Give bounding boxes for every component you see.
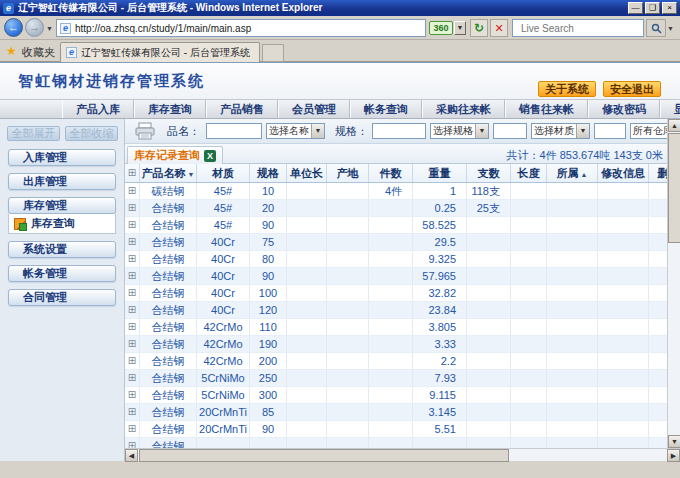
expand-all-button[interactable]: 全部展开 bbox=[7, 126, 60, 141]
table-row[interactable]: ⊞合结钢40Cr7529.5 bbox=[125, 234, 667, 251]
header-cell-1[interactable]: 材质 bbox=[197, 164, 250, 182]
expand-icon[interactable]: ⊞ bbox=[125, 319, 140, 336]
menu-item-4[interactable]: 帐务查询 bbox=[350, 100, 422, 118]
stop-button[interactable]: ✕ bbox=[490, 19, 508, 37]
table-row[interactable]: ⊞合结钢45#200.2525支 bbox=[125, 200, 667, 217]
header-cell-9[interactable]: 所属▲ bbox=[547, 164, 598, 182]
browser-tab[interactable]: e 辽宁智虹传媒有限公司 - 后台管理系统 bbox=[60, 42, 260, 62]
address-input[interactable] bbox=[75, 23, 422, 34]
content-tab-inventory-records[interactable]: 库存记录查询 X bbox=[127, 146, 223, 164]
sidebar-subitem-2-0[interactable]: 库存查询 bbox=[8, 214, 116, 234]
scroll-up-icon[interactable]: ▲ bbox=[668, 119, 680, 132]
header-cell-10[interactable]: 修改信息 bbox=[598, 164, 649, 182]
expand-icon[interactable]: ⊞ bbox=[125, 302, 140, 319]
search-magnifier-button[interactable] bbox=[646, 19, 666, 37]
horizontal-scrollbar[interactable]: ◀ ▶ bbox=[125, 448, 680, 461]
sidebar-group-1[interactable]: 出库管理 bbox=[8, 173, 116, 190]
expand-icon[interactable]: ⊞ bbox=[125, 387, 140, 404]
table-row[interactable]: ⊞合结钢40Cr809.325 bbox=[125, 251, 667, 268]
menu-item-2[interactable]: 产品销售 bbox=[206, 100, 278, 118]
header-cell-11[interactable]: 删除 bbox=[649, 164, 667, 182]
header-cell-8[interactable]: 长度 bbox=[511, 164, 547, 182]
new-tab-stub[interactable] bbox=[262, 44, 284, 62]
horizontal-scroll-thumb[interactable] bbox=[139, 449, 509, 462]
restore-button[interactable]: ❑ bbox=[645, 2, 660, 14]
logout-button[interactable]: 安全退出 bbox=[603, 81, 661, 97]
expand-icon[interactable]: ⊞ bbox=[125, 268, 140, 285]
header-cell-2[interactable]: 规格 bbox=[250, 164, 287, 182]
scroll-down-icon[interactable]: ▼ bbox=[668, 435, 680, 448]
expand-icon[interactable]: ⊞ bbox=[125, 438, 140, 448]
minimize-button[interactable]: — bbox=[628, 2, 643, 14]
search-dropdown-icon[interactable]: ▼ bbox=[667, 25, 674, 32]
expand-all-icon[interactable]: ⊞ bbox=[125, 164, 140, 182]
favorites-star-icon[interactable]: ★ bbox=[6, 44, 17, 58]
close-button[interactable]: × bbox=[662, 2, 677, 14]
table-row[interactable]: ⊞合结钢40Cr9057.965 bbox=[125, 268, 667, 285]
menu-item-6[interactable]: 销售往来帐 bbox=[505, 100, 588, 118]
collapse-all-button[interactable]: 全部收缩 bbox=[65, 126, 118, 141]
sidebar-group-5[interactable]: 合同管理 bbox=[8, 289, 116, 306]
header-cell-0[interactable]: 产品名称▼ bbox=[140, 164, 197, 182]
menu-item-1[interactable]: 库存查询 bbox=[134, 100, 206, 118]
expand-icon[interactable]: ⊞ bbox=[125, 404, 140, 421]
table-row[interactable]: ⊞合结钢40Cr10032.82 bbox=[125, 285, 667, 302]
table-row[interactable]: ⊞碳结钢45#104件1118支 bbox=[125, 183, 667, 200]
expand-icon[interactable]: ⊞ bbox=[125, 353, 140, 370]
excel-export-icon[interactable]: X bbox=[204, 150, 216, 162]
header-cell-3[interactable]: 单位长 bbox=[287, 164, 327, 182]
name-select[interactable]: 选择名称 ▼ bbox=[266, 123, 325, 139]
favorites-label[interactable]: 收藏夹 bbox=[22, 45, 55, 60]
header-cell-7[interactable]: 支数 bbox=[467, 164, 511, 182]
table-row[interactable]: ⊞合结钢42CrMo1103.805 bbox=[125, 319, 667, 336]
expand-icon[interactable]: ⊞ bbox=[125, 336, 140, 353]
menu-item-0[interactable]: 产品入库 bbox=[62, 100, 134, 118]
expand-icon[interactable]: ⊞ bbox=[125, 234, 140, 251]
material-input[interactable] bbox=[493, 123, 527, 139]
menu-item-8[interactable]: 显示桌面 bbox=[660, 100, 680, 118]
table-row[interactable]: ⊞合结钢 bbox=[125, 438, 667, 448]
menu-item-3[interactable]: 会员管理 bbox=[278, 100, 350, 118]
menu-item-5[interactable]: 采购往来帐 bbox=[422, 100, 505, 118]
table-row[interactable]: ⊞合结钢40Cr12023.84 bbox=[125, 302, 667, 319]
sidebar-group-2[interactable]: 库存管理 bbox=[8, 197, 116, 214]
badge-360-dropdown-icon[interactable]: ▼ bbox=[454, 21, 466, 35]
about-system-button[interactable]: 关于系统 bbox=[538, 81, 596, 97]
spec-select[interactable]: 选择规格 ▼ bbox=[430, 123, 489, 139]
expand-icon[interactable]: ⊞ bbox=[125, 421, 140, 438]
sidebar-group-0[interactable]: 入库管理 bbox=[8, 149, 116, 166]
header-cell-6[interactable]: 重量 bbox=[413, 164, 467, 182]
address-field[interactable]: e bbox=[56, 19, 426, 37]
expand-icon[interactable]: ⊞ bbox=[125, 183, 140, 200]
sidebar-group-4[interactable]: 帐务管理 bbox=[8, 265, 116, 282]
header-cell-5[interactable]: 件数 bbox=[369, 164, 413, 182]
table-row[interactable]: ⊞合结钢20CrMnTi853.145 bbox=[125, 404, 667, 421]
live-search-box[interactable] bbox=[512, 19, 644, 37]
table-row[interactable]: ⊞合结钢42CrMo1903.33 bbox=[125, 336, 667, 353]
table-row[interactable]: ⊞合结钢5CrNiMo2507.93 bbox=[125, 370, 667, 387]
scroll-right-icon[interactable]: ▶ bbox=[667, 449, 680, 462]
nav-dropdown-icon[interactable]: ▼ bbox=[46, 25, 53, 32]
material-select[interactable]: 选择材质 ▼ bbox=[531, 123, 590, 139]
refresh-button[interactable]: ↻ bbox=[470, 19, 488, 37]
expand-icon[interactable]: ⊞ bbox=[125, 217, 140, 234]
spec-input[interactable] bbox=[372, 123, 426, 139]
sidebar-group-3[interactable]: 系统设置 bbox=[8, 241, 116, 258]
printer-icon[interactable] bbox=[133, 122, 157, 140]
expand-icon[interactable]: ⊞ bbox=[125, 200, 140, 217]
menu-item-7[interactable]: 修改密码 bbox=[588, 100, 660, 118]
forward-button[interactable]: → bbox=[25, 18, 44, 37]
expand-icon[interactable]: ⊞ bbox=[125, 251, 140, 268]
table-row[interactable]: ⊞合结钢5CrNiMo3009.115 bbox=[125, 387, 667, 404]
header-cell-4[interactable]: 产地 bbox=[327, 164, 369, 182]
table-row[interactable]: ⊞合结钢45#9058.525 bbox=[125, 217, 667, 234]
expand-icon[interactable]: ⊞ bbox=[125, 285, 140, 302]
back-button[interactable]: ← bbox=[4, 18, 23, 37]
vertical-scrollbar[interactable]: ▲ ▼ bbox=[667, 119, 680, 448]
table-row[interactable]: ⊞合结钢42CrMo2002.2 bbox=[125, 353, 667, 370]
badge-360[interactable]: 360 bbox=[429, 21, 453, 35]
table-row[interactable]: ⊞合结钢20CrMnTi905.51 bbox=[125, 421, 667, 438]
expand-icon[interactable]: ⊞ bbox=[125, 370, 140, 387]
vertical-scroll-thumb[interactable] bbox=[668, 133, 680, 243]
scroll-left-icon[interactable]: ◀ bbox=[125, 449, 138, 462]
